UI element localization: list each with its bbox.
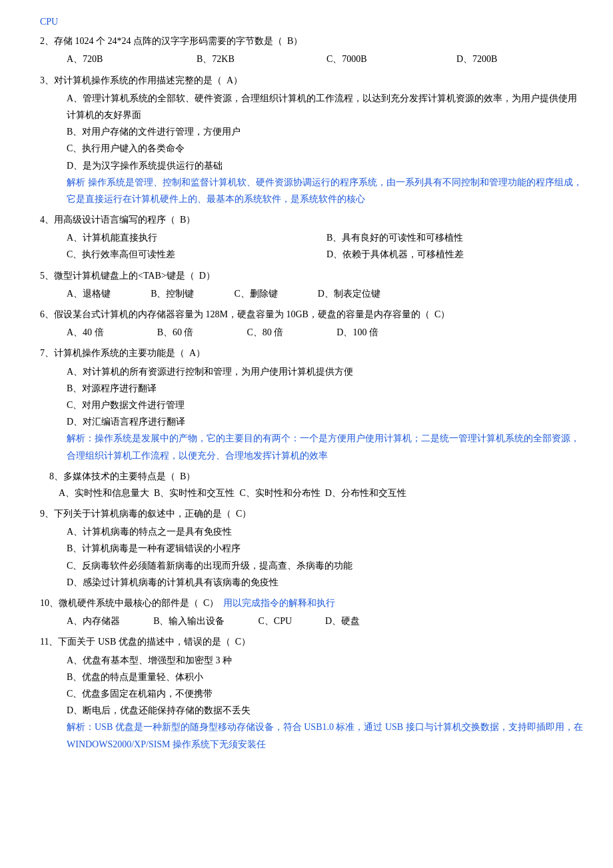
q11-opt-d: D、断电后，优盘还能保持存储的数据不丢失 <box>40 702 586 719</box>
question-11: 11、下面关于 USB 优盘的描述中，错误的是（ C） A、优盘有基本型、增强型… <box>40 633 586 752</box>
q6-options: A、40 倍 B、60 倍 C、80 倍 D、100 倍 <box>40 324 586 341</box>
q6-text: 6、假设某台式计算机的内存储器容量为 128M，硬盘容量为 10GB，硬盘的容量… <box>40 306 586 323</box>
question-2: 2、存储 1024 个 24*24 点阵的汉字字形码需要的字节数是（ B） A、… <box>40 33 586 67</box>
q4-text: 4、用高级设计语言编写的程序（ B） <box>40 211 586 228</box>
question-5: 5、微型计算机键盘上的<TAB>键是（ D） A、退格键 B、控制键 C、删除键… <box>40 267 586 302</box>
q3-opt-b: B、对用户存储的文件进行管理，方便用户 <box>40 123 586 140</box>
q7-opt-c: C、对用户数据文件进行管理 <box>40 397 586 413</box>
q2-opt-c: C、7000B <box>326 51 456 67</box>
q5-opt-a: A、退格键 <box>67 285 111 302</box>
q7-opt-b: B、对源程序进行翻译 <box>40 380 586 397</box>
q10-opt-a: A、内存储器 <box>67 613 120 629</box>
q2-opt-b: B、72KB <box>197 51 326 67</box>
q2-opt-a: A、720B <box>67 51 197 67</box>
question-9: 9、下列关于计算机病毒的叙述中，正确的是（ C） A、计算机病毒的特点之一是具有… <box>40 505 586 591</box>
q10-text: 10、微机硬件系统中最核心的部件是（ C） 用以完成指令的解释和执行 <box>40 595 586 611</box>
q6-opt-d: D、100 倍 <box>336 324 378 341</box>
question-10: 10、微机硬件系统中最核心的部件是（ C） 用以完成指令的解释和执行 A、内存储… <box>40 595 586 629</box>
q2-opt-d: D、7200B <box>456 51 586 67</box>
q5-opt-d: D、制表定位键 <box>318 285 380 302</box>
question-6: 6、假设某台式计算机的内存储器容量为 128M，硬盘容量为 10GB，硬盘的容量… <box>40 306 586 341</box>
q11-explanation: 解析：USB 优盘是一种新型的随身型移动存储设备，符合 USB1.0 标准，通过… <box>40 719 586 752</box>
q11-opt-c: C、优盘多固定在机箱内，不便携带 <box>40 685 586 702</box>
cpu-link[interactable]: CPU <box>40 13 586 30</box>
cpu-link-line: CPU <box>40 13 586 30</box>
q10-opt-d: D、硬盘 <box>325 613 360 629</box>
q9-text: 9、下列关于计算机病毒的叙述中，正确的是（ C） <box>40 505 586 522</box>
q9-opt-d: D、感染过计算机病毒的计算机具有该病毒的免疫性 <box>40 574 586 591</box>
q9-opt-c: C、反病毒软件必须随着新病毒的出现而升级，提高查、杀病毒的功能 <box>40 557 586 574</box>
question-4: 4、用高级设计语言编写的程序（ B） A、计算机能直接执行 B、具有良好的可读性… <box>40 211 586 263</box>
q4-opt-d: D、依赖于具体机器，可移植性差 <box>326 246 586 263</box>
q7-opt-d: D、对汇编语言程序进行翻译 <box>40 413 586 430</box>
q5-options: A、退格键 B、控制键 C、删除键 D、制表定位键 <box>40 285 586 302</box>
q2-text: 2、存储 1024 个 24*24 点阵的汉字字形码需要的字节数是（ B） <box>40 33 586 49</box>
q11-opt-b: B、优盘的特点是重量轻、体积小 <box>40 669 586 685</box>
q6-opt-b: B、60 倍 <box>157 324 194 341</box>
page-content: CPU 2、存储 1024 个 24*24 点阵的汉字字形码需要的字节数是（ B… <box>40 13 586 753</box>
q7-opt-a: A、对计算机的所有资源进行控制和管理，为用户使用计算机提供方便 <box>40 363 586 380</box>
q11-opt-a: A、优盘有基本型、增强型和加密型 3 种 <box>40 652 586 669</box>
q10-opt-b: B、输入输出设备 <box>153 613 225 629</box>
q9-opt-a: A、计算机病毒的特点之一是具有免疫性 <box>40 523 586 540</box>
q8-text: 8、多媒体技术的主要特点是（ B） <box>40 468 586 485</box>
q4-opt-b: B、具有良好的可读性和可移植性 <box>326 229 586 246</box>
q6-opt-c: C、80 倍 <box>247 324 283 341</box>
q7-text: 7、计算机操作系统的主要功能是（ A） <box>40 345 586 361</box>
question-8: 8、多媒体技术的主要特点是（ B） A、实时性和信息量大 B、实时性和交互性 C… <box>40 468 586 501</box>
q3-explanation: 解析 操作系统是管理、控制和监督计算机软、硬件资源协调运行的程序系统，由一系列具… <box>40 174 586 207</box>
question-7: 7、计算机操作系统的主要功能是（ A） A、对计算机的所有资源进行控制和管理，为… <box>40 345 586 463</box>
q10-options: A、内存储器 B、输入输出设备 C、CPU D、硬盘 <box>40 613 586 629</box>
q2-options: A、720B B、72KB C、7000B D、7200B <box>40 51 586 67</box>
q10-opt-c: C、CPU <box>258 613 292 629</box>
q3-opt-c: C、执行用户键入的各类命令 <box>40 140 586 157</box>
q7-explanation: 解析：操作系统是发展中的产物，它的主要目的有两个：一个是方便用户使用计算机；二是… <box>40 430 586 463</box>
q5-opt-c: C、删除键 <box>234 285 277 302</box>
q8-options: A、实时性和信息量大 B、实时性和交互性 C、实时性和分布性 D、分布性和交互性 <box>40 485 586 501</box>
q5-opt-b: B、控制键 <box>151 285 194 302</box>
q4-options: A、计算机能直接执行 B、具有良好的可读性和可移植性 C、执行效率高但可读性差 … <box>40 229 586 263</box>
question-3: 3、对计算机操作系统的作用描述完整的是（ A） A、管理计算机系统的全部软、硬件… <box>40 72 586 208</box>
q5-text: 5、微型计算机键盘上的<TAB>键是（ D） <box>40 267 586 284</box>
q4-opt-a: A、计算机能直接执行 <box>67 229 326 246</box>
q3-text: 3、对计算机操作系统的作用描述完整的是（ A） <box>40 72 586 89</box>
q11-text: 11、下面关于 USB 优盘的描述中，错误的是（ C） <box>40 633 586 650</box>
q4-opt-c: C、执行效率高但可读性差 <box>67 246 326 263</box>
q6-opt-a: A、40 倍 <box>67 324 104 341</box>
q9-opt-b: B、计算机病毒是一种有逻辑错误的小程序 <box>40 540 586 557</box>
q10-note: 用以完成指令的解释和执行 <box>223 598 335 608</box>
q3-opt-d: D、是为汉字操作系统提供运行的基础 <box>40 157 586 174</box>
q3-opt-a: A、管理计算机系统的全部软、硬件资源，合理组织计算机的工作流程，以达到充分发挥计… <box>40 90 586 123</box>
